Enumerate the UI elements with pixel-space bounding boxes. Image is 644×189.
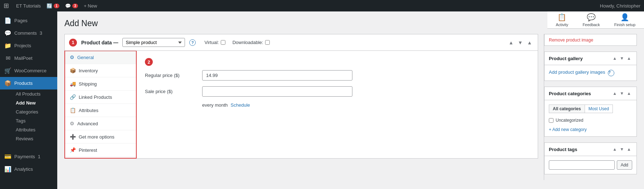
- categories-arrow-up[interactable]: ▲: [611, 91, 618, 96]
- sidebar-item-woocommerce[interactable]: 🛒 WooCommerce: [0, 64, 57, 77]
- add-gallery-images-link[interactable]: Add product gallery images: [549, 69, 605, 75]
- center-area: 1 Product data — Simple product Variable…: [64, 34, 538, 180]
- product-data-section: 1 Product data — Simple product Variable…: [64, 34, 538, 159]
- expand-up-button[interactable]: ▲: [507, 39, 515, 46]
- sidebar-item-all-products[interactable]: All Products: [13, 89, 57, 98]
- regular-price-label: Regular price ($): [145, 73, 202, 78]
- tab-get-more-options[interactable]: ➕ Get more options: [65, 130, 136, 144]
- sidebar-item-categories[interactable]: Categories: [13, 107, 57, 116]
- virtual-label[interactable]: Virtual:: [204, 40, 225, 45]
- sidebar-pages-label: Pages: [14, 18, 28, 23]
- add-new-category-link[interactable]: + Add new category: [549, 127, 587, 132]
- product-categories-body: All categories Most Used Uncategorized +…: [545, 100, 636, 136]
- sidebar-item-pages[interactable]: 📄 Pages: [0, 14, 57, 27]
- tab-shipping[interactable]: 🚚 Shipping: [65, 77, 136, 91]
- tags-arrow-down[interactable]: ▼: [619, 146, 625, 152]
- attributes-tab-label: Attributes: [79, 108, 98, 113]
- updates-bar-item[interactable]: 🔄 1: [47, 3, 59, 9]
- product-tags-title: Product tags: [549, 147, 611, 152]
- finish-setup-button[interactable]: 👤 Finish setup: [611, 11, 638, 28]
- tab-attributes[interactable]: 📋 Attributes: [65, 104, 136, 117]
- advanced-tab-icon: ⚙: [70, 121, 74, 126]
- sidebar-item-add-new[interactable]: Add New: [13, 98, 57, 107]
- sidebar-item-analytics[interactable]: 📊 Analytics: [0, 163, 57, 175]
- downloadable-text: Downloadable:: [233, 40, 263, 45]
- remove-product-image-link[interactable]: Remove product image: [549, 38, 593, 43]
- tab-inventory[interactable]: 📦 Inventory: [65, 64, 136, 77]
- product-tags-panel: Product tags ▲ ▼ ▲ Add: [544, 142, 637, 174]
- sidebar-payments-label: Payments: [14, 154, 35, 159]
- sale-price-input[interactable]: [202, 86, 352, 97]
- linked-products-tab-icon: 🔗: [70, 94, 76, 100]
- virtual-checkbox[interactable]: [221, 40, 225, 45]
- sidebar-products-label: Products: [14, 81, 33, 86]
- shipping-tab-icon: 🚚: [70, 81, 76, 87]
- sidebar-item-mailpoet[interactable]: ✉ MailPoet: [0, 52, 57, 64]
- woocommerce-icon: 🛒: [4, 67, 11, 74]
- sidebar-item-payments[interactable]: 💳 Payments 1: [0, 150, 57, 163]
- product-data-label: Product data —: [81, 40, 118, 45]
- new-bar-item[interactable]: + New: [84, 3, 97, 9]
- general-tab-label: General: [77, 55, 94, 60]
- tags-arrow-up[interactable]: ▲: [611, 146, 618, 152]
- cat-tab-most-used[interactable]: Most Used: [585, 105, 613, 113]
- regular-price-row: Regular price ($): [145, 70, 529, 81]
- product-gallery-panel: Product gallery ▲ ▼ ▲ Add product galler…: [544, 52, 637, 81]
- downloadable-checkbox[interactable]: [265, 40, 270, 45]
- gallery-arrow-down[interactable]: ▼: [619, 55, 625, 61]
- categories-collapse[interactable]: ▲: [626, 91, 632, 96]
- analytics-icon: 📊: [4, 166, 11, 173]
- howdy-label: Howdy, Christopher: [600, 3, 640, 9]
- site-name-bar[interactable]: ET Tutorials: [16, 3, 41, 9]
- finish-setup-icon: 👤: [620, 13, 629, 21]
- schedule-link[interactable]: Schedule: [231, 102, 250, 108]
- tag-input[interactable]: [549, 160, 615, 170]
- collapse-button[interactable]: ▲: [526, 39, 533, 46]
- gallery-help-icon[interactable]: ?: [608, 70, 614, 76]
- cat-tab-all[interactable]: All categories: [549, 105, 585, 113]
- categories-arrow-down[interactable]: ▼: [619, 91, 625, 96]
- every-month-text: every month: [202, 102, 228, 108]
- tab-general[interactable]: ⚙ General: [65, 51, 136, 64]
- sidebar-item-tags[interactable]: Tags: [13, 116, 57, 125]
- tag-add-button[interactable]: Add: [617, 160, 632, 170]
- cat-tabs-row: All categories Most Used: [549, 105, 632, 113]
- inventory-tab-label: Inventory: [79, 68, 98, 73]
- cat-label-uncategorized[interactable]: Uncategorized: [556, 118, 583, 123]
- gallery-collapse[interactable]: ▲: [626, 55, 632, 61]
- wp-logo-icon[interactable]: ⊞: [4, 2, 9, 10]
- tab-advanced[interactable]: ⚙ Advanced: [65, 117, 136, 130]
- sidebar-item-projects[interactable]: 📁 Projects: [0, 39, 57, 52]
- product-type-select[interactable]: Simple product Variable product Grouped …: [122, 38, 185, 47]
- inventory-tab-icon: 📦: [70, 68, 76, 73]
- product-categories-header: Product categories ▲ ▼ ▲: [545, 87, 636, 100]
- sidebar-item-reviews[interactable]: Reviews: [13, 134, 57, 143]
- product-type-help-icon[interactable]: ?: [189, 39, 196, 46]
- cat-checkbox-uncategorized[interactable]: [549, 118, 553, 123]
- finish-setup-label: Finish setup: [614, 23, 635, 27]
- comments-bar-item[interactable]: 💬 3: [65, 3, 78, 9]
- sidebar-woocommerce-label: WooCommerce: [14, 68, 47, 73]
- sidebar-item-products[interactable]: 📦 Products: [0, 77, 57, 89]
- feedback-button[interactable]: 💬 Feedback: [580, 11, 602, 28]
- gallery-arrow-up[interactable]: ▲: [611, 55, 618, 61]
- expand-down-button[interactable]: ▼: [516, 39, 524, 46]
- sidebar-item-comments[interactable]: 💬 Comments 3: [0, 27, 57, 39]
- activity-button[interactable]: 📋 Activity: [553, 11, 571, 28]
- tab-linked-products[interactable]: 🔗 Linked Products: [65, 91, 136, 104]
- cat-item-uncategorized: Uncategorized: [549, 117, 632, 124]
- layout: 📄 Pages 💬 Comments 3 📁 Projects ✉ MailPo…: [0, 11, 644, 189]
- product-gallery-header: Product gallery ▲ ▼ ▲: [545, 52, 636, 65]
- product-tabs: ⚙ General 📦 Inventory 🚚 Shipping: [65, 51, 136, 158]
- remove-product-image-panel: Remove product image: [544, 34, 637, 46]
- tags-label: Tags: [16, 118, 25, 123]
- tags-collapse[interactable]: ▲: [626, 146, 632, 152]
- tab-pinterest[interactable]: 📌 Pinterest: [65, 144, 136, 157]
- comments-sidebar-badge: 3: [40, 30, 42, 36]
- get-more-options-tab-label: Get more options: [79, 134, 114, 140]
- top-right-toolbar: 📋 Activity 💬 Feedback 👤 Finish setup: [547, 11, 644, 29]
- sidebar-item-attributes[interactable]: Attributes: [13, 125, 57, 134]
- product-categories-panel: Product categories ▲ ▼ ▲ All categories …: [544, 87, 637, 137]
- downloadable-label[interactable]: Downloadable:: [233, 40, 270, 45]
- regular-price-input[interactable]: [202, 70, 352, 81]
